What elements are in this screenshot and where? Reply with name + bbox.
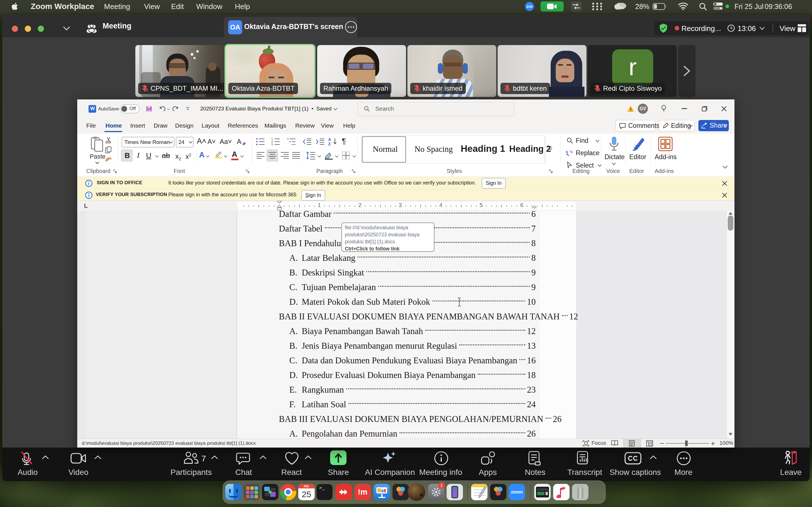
svg-text:3: 3: [271, 143, 273, 146]
svg-text:Z: Z: [328, 142, 331, 146]
svg-text:b: b: [566, 150, 568, 154]
svg-text:A: A: [328, 137, 331, 142]
